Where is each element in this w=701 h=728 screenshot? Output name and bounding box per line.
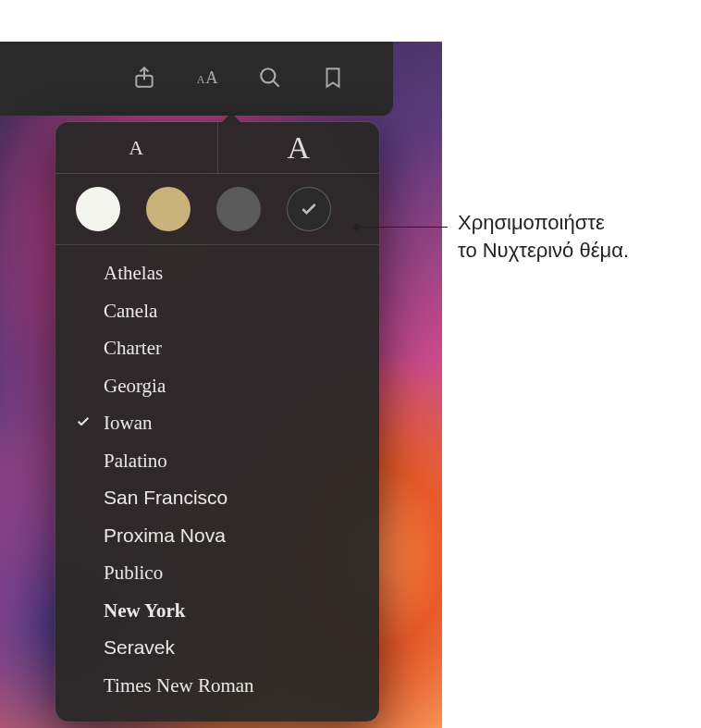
font-item-charter[interactable]: Charter [55, 329, 379, 367]
font-list: AthelasCanelaCharterGeorgiaIowanPalatino… [55, 245, 379, 722]
font-label: Times New Roman [104, 671, 254, 701]
font-label: Publico [104, 558, 163, 588]
theme-gray[interactable] [216, 187, 261, 231]
font-item-palatino[interactable]: Palatino [55, 442, 379, 480]
toolbar: A A [129, 63, 348, 93]
font-label: Canela [104, 296, 157, 327]
svg-point-3 [261, 68, 275, 82]
share-icon[interactable] [129, 63, 159, 93]
theme-row [55, 174, 379, 245]
font-label: Charter [104, 333, 162, 364]
text-size-row: A A [55, 122, 379, 174]
callout-text: Χρησιμοποιήστε το Νυχτερινό θέμα. [458, 209, 629, 264]
check-icon [300, 200, 318, 218]
font-item-proxima-nova[interactable]: Proxima Nova [55, 517, 379, 555]
font-item-georgia[interactable]: Georgia [55, 367, 379, 405]
font-item-new-york[interactable]: New York [55, 592, 379, 630]
font-label: San Francisco [104, 483, 228, 513]
font-item-publico[interactable]: Publico [55, 554, 379, 592]
appearance-popover: A A AthelasCanelaCharterGeorgiaIowanPala… [55, 122, 379, 722]
font-label: Iowan [104, 408, 152, 438]
theme-white[interactable] [76, 187, 120, 231]
search-icon[interactable] [255, 63, 285, 93]
font-label: Athelas [104, 258, 163, 289]
font-label: Georgia [104, 371, 166, 401]
font-label: Palatino [104, 446, 167, 476]
callout-line [357, 227, 448, 228]
font-item-athelas[interactable]: Athelas [55, 254, 379, 292]
font-label: Proxima Nova [104, 521, 226, 551]
font-item-san-francisco[interactable]: San Francisco [55, 479, 379, 517]
font-label: Seravek [104, 633, 175, 663]
check-icon [76, 408, 91, 438]
theme-night[interactable] [287, 187, 331, 231]
text-appearance-icon[interactable]: A A [192, 63, 222, 93]
svg-text:A: A [205, 68, 218, 88]
bookmark-icon[interactable] [318, 63, 348, 93]
font-item-times-new-roman[interactable]: Times New Roman [55, 667, 379, 705]
font-item-seravek[interactable]: Seravek [55, 629, 379, 667]
text-size-larger[interactable]: A [218, 122, 380, 173]
callout-line1: Χρησιμοποιήστε [458, 209, 629, 237]
svg-text:A: A [197, 74, 205, 87]
theme-sepia[interactable] [146, 187, 191, 231]
callout-line2: το Νυχτερινό θέμα. [458, 237, 629, 265]
font-item-canela[interactable]: Canela [55, 292, 379, 330]
font-item-iowan[interactable]: Iowan [55, 404, 379, 442]
text-size-smaller[interactable]: A [55, 122, 218, 173]
font-label: New York [104, 596, 185, 626]
